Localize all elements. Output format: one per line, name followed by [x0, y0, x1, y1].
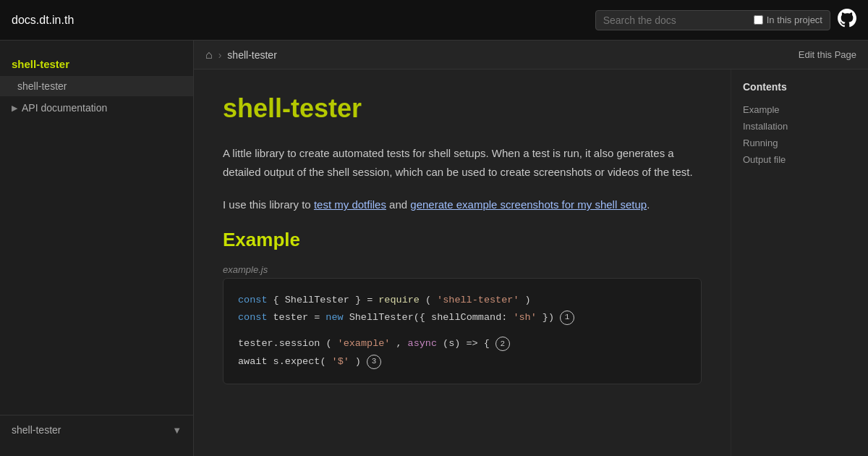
- sidebar-item-main[interactable]: shell-tester: [0, 52, 193, 76]
- in-project-checkbox[interactable]: [754, 15, 763, 25]
- toc-item-example[interactable]: Example: [743, 101, 856, 118]
- circle-num-1: 1: [560, 311, 574, 325]
- circle-num-2: 2: [495, 337, 510, 351]
- code-kw-2: const: [238, 309, 268, 326]
- circle-num-3: 3: [367, 355, 381, 369]
- code-tester: tester.session: [238, 335, 320, 352]
- chevron-right-icon: ▶: [12, 104, 17, 113]
- code-fn-1: require: [378, 292, 420, 309]
- code-mid-3: (s) => {: [443, 335, 490, 352]
- code-paren-s1: (: [326, 335, 331, 352]
- code-line-4: await s.expect('$') 3: [238, 353, 686, 371]
- toc-title: Contents: [743, 81, 856, 93]
- code-str-1: 'shell-tester': [437, 292, 519, 309]
- code-async: async: [408, 335, 438, 352]
- description-2: I use this library to test my dotfiles a…: [223, 195, 702, 214]
- code-paren-close-1: ): [525, 292, 531, 309]
- code-kw-new: new: [326, 309, 343, 326]
- search-container: In this project: [595, 10, 830, 30]
- sidebar-footer[interactable]: shell-tester ▼: [0, 415, 193, 444]
- code-paren-1: (: [425, 292, 431, 309]
- example-section-title: Example: [223, 229, 702, 251]
- code-await: await s.expect(: [238, 353, 326, 371]
- sidebar-item-sub[interactable]: shell-tester: [0, 76, 193, 96]
- code-str-4: '$': [332, 353, 349, 371]
- edit-page-link[interactable]: Edit this Page: [799, 49, 856, 60]
- api-docs-label: API documentation: [22, 102, 107, 114]
- code-spacer: [238, 326, 686, 335]
- description-1: A little library to create automated tes…: [223, 144, 702, 181]
- layout: shell-tester shell-tester ▶ API document…: [0, 41, 868, 456]
- in-project-filter[interactable]: In this project: [754, 14, 822, 25]
- site-title[interactable]: docs.dt.in.th: [12, 14, 74, 27]
- home-icon[interactable]: ⌂: [205, 48, 213, 62]
- code-line-2: const tester = new ShellTester({ shellCo…: [238, 309, 686, 326]
- code-plain-2c: }): [542, 309, 554, 326]
- sidebar: shell-tester shell-tester ▶ API document…: [0, 41, 194, 456]
- desc2-link1[interactable]: test my dotfiles: [314, 198, 386, 211]
- main-content: shell-tester A little library to create …: [194, 69, 731, 456]
- page-title: shell-tester: [223, 93, 702, 124]
- breadcrumb: ⌂ › shell-tester: [205, 48, 277, 62]
- desc2-post: .: [647, 198, 650, 211]
- code-line-1: const { ShellTester } = require('shell-t…: [238, 292, 686, 309]
- toc-item-installation[interactable]: Installation: [743, 118, 856, 135]
- nav-right: In this project: [595, 9, 856, 32]
- code-line-3: tester.session('example', async (s) => {…: [238, 335, 686, 352]
- sidebar-top: shell-tester shell-tester ▶ API document…: [0, 52, 193, 415]
- code-kw-1: const: [238, 292, 268, 309]
- code-plain-2a: tester =: [273, 309, 320, 326]
- toc-item-running[interactable]: Running: [743, 135, 856, 151]
- code-file-label: example.js: [223, 264, 702, 275]
- toc-item-output-file[interactable]: Output file: [743, 151, 856, 168]
- sidebar-item-api[interactable]: ▶ API documentation: [0, 96, 193, 119]
- code-plain-2b: ShellTester({ shellCommand:: [349, 309, 508, 326]
- sidebar-footer-label: shell-tester: [12, 424, 61, 436]
- code-plain-1: { ShellTester } =: [273, 292, 373, 309]
- desc2-link2[interactable]: generate example screenshots for my shel…: [410, 198, 647, 211]
- toc: Contents Example Installation Running Ou…: [731, 69, 868, 456]
- code-comma-3: ,: [396, 335, 401, 352]
- code-str-3: 'example': [338, 335, 391, 352]
- content-wrapper: shell-tester A little library to create …: [194, 69, 868, 456]
- desc2-pre: I use this library to: [223, 198, 314, 211]
- subnav: ⌂ › shell-tester Edit this Page: [194, 41, 868, 69]
- sidebar-footer-chevron-icon: ▼: [172, 425, 182, 436]
- search-input[interactable]: [603, 14, 748, 26]
- top-nav: docs.dt.in.th In this project: [0, 0, 868, 41]
- breadcrumb-current: shell-tester: [227, 49, 276, 61]
- in-project-label: In this project: [767, 14, 822, 25]
- breadcrumb-separator: ›: [218, 49, 222, 61]
- github-icon[interactable]: [838, 9, 856, 32]
- code-block: const { ShellTester } = require('shell-t…: [223, 278, 702, 384]
- code-str-2: 'sh': [513, 309, 536, 326]
- code-end-4: ): [355, 353, 361, 371]
- desc2-mid: and: [386, 198, 410, 211]
